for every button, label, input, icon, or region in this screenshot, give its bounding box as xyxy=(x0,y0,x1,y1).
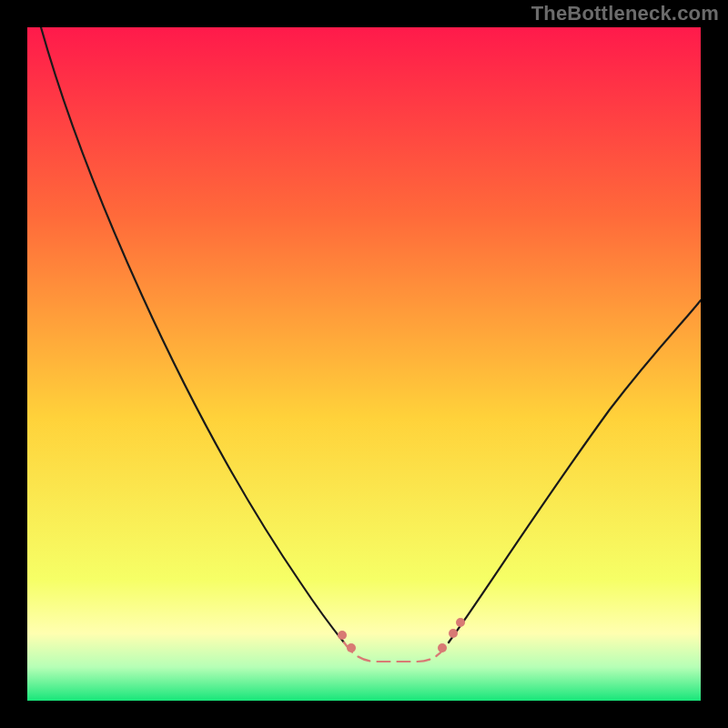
chart-frame: TheBottleneck.com xyxy=(0,0,728,728)
background-gradient xyxy=(27,27,701,701)
plot-area xyxy=(27,27,701,701)
svg-rect-0 xyxy=(27,27,701,701)
watermark-label: TheBottleneck.com xyxy=(531,2,719,25)
